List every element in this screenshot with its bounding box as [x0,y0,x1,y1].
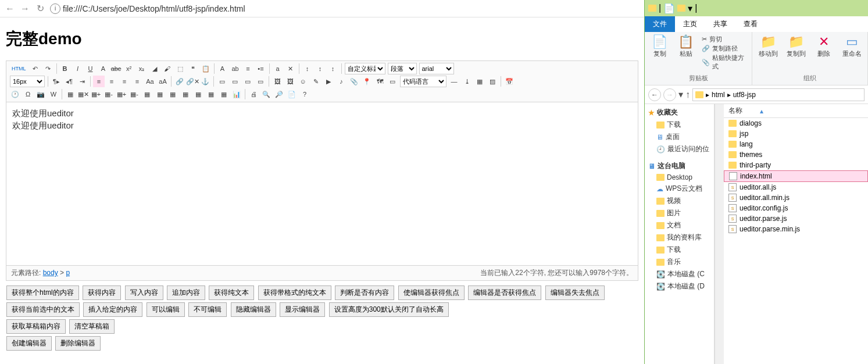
fontborder-icon[interactable]: A [98,63,109,74]
path-body[interactable]: body [43,269,58,277]
insertrow-icon[interactable]: ▦+ [90,88,102,100]
align-left-icon[interactable]: ≡ [93,76,105,87]
path-p[interactable]: p [66,269,70,277]
tab-share[interactable]: 共享 [705,16,735,32]
italic-icon[interactable]: I [72,63,84,74]
splitrow-icon[interactable]: ▦ [192,88,204,100]
gmap-icon[interactable]: 🗺 [374,76,385,87]
frame-icon[interactable]: ▭ [387,76,398,87]
info-icon[interactable]: i [50,3,60,14]
btn-destroy[interactable]: 删除编辑器 [55,336,101,351]
music-icon[interactable]: ♪ [335,76,347,87]
btn-show[interactable]: 显示编辑器 [280,302,325,317]
tree-thispc[interactable]: 🖥这台电脑 [645,160,714,172]
scrawl-icon[interactable]: ✎ [310,76,322,87]
tree-wps[interactable]: ☁WPS云文档 [645,183,714,195]
back-button[interactable]: ← [648,88,661,101]
moveto-button[interactable]: 📁移动到 [757,34,779,58]
copypath-button[interactable]: 🔗复制路径 [702,44,747,53]
reload-button[interactable]: ↻ [33,1,48,16]
folder-icon[interactable] [648,5,656,12]
editor-content[interactable]: 欢迎使用ueditor 欢迎使用ueditor [6,102,638,265]
btn-setheight[interactable]: 设置高度为300默认关闭了自动长高 [329,302,449,317]
image-icon[interactable]: 🖼 [272,76,283,87]
subscript-icon[interactable]: x₂ [136,63,148,74]
chevron-down-icon[interactable]: ▾ [688,3,692,14]
tab-view[interactable]: 查看 [735,16,766,32]
delrow-icon[interactable]: ▦- [103,88,115,100]
print-icon[interactable]: 🖨 [248,88,259,100]
imgcenter-icon[interactable]: ▭ [242,76,253,87]
tree-diskd[interactable]: 💽本地磁盘 (D [645,280,714,292]
crumb-html[interactable]: html [712,91,725,99]
source-button[interactable]: HTML [9,63,28,74]
multiimage-icon[interactable]: 🖼 [284,76,296,87]
crumb-utf8jsp[interactable]: utf8-jsp [733,91,756,99]
btn-focus[interactable]: 使编辑器获得焦点 [398,286,465,300]
tree-mydata[interactable]: 我的资料库 [645,231,714,244]
copy-button[interactable]: 📄复制 [649,34,670,72]
heading-select[interactable]: 自定义标题 [345,63,385,74]
map-icon[interactable]: 📍 [361,76,373,87]
file-item-js[interactable]: Sueditor.parse.min.js [724,224,868,234]
tree-diskc[interactable]: 💽本地磁盘 (C [645,268,714,280]
anchor-icon[interactable]: ⚓ [199,76,211,87]
link-icon[interactable]: 🔗 [174,76,185,87]
file-item-js[interactable]: Sueditor.parse.js [724,213,868,224]
btn-cleardraft[interactable]: 清空草稿箱 [69,319,115,334]
pasteshortcut-button[interactable]: 📎粘贴快捷方式 [702,53,747,71]
btn-getseltext[interactable]: 获得当前选中的文本 [6,302,80,317]
codelang-select[interactable]: 代码语言 [400,76,446,87]
delcol-icon[interactable]: ▦- [128,88,140,100]
help-icon[interactable]: ? [299,88,310,100]
forward-button[interactable]: → [663,88,676,101]
tree-desktop[interactable]: 🖥桌面 [645,131,714,143]
btn-gettext[interactable]: 获得纯文本 [209,286,254,300]
url-text[interactable]: file:///C:/Users/joe/Desktop/html/utf8-j… [63,4,245,13]
btn-create[interactable]: 创建编辑器 [6,336,52,351]
tree-favorites[interactable]: ★收藏夹 [645,106,714,119]
emotion-icon[interactable]: ☺ [297,76,309,87]
tree-video[interactable]: 视频 [645,195,714,207]
clear-icon[interactable]: ✕ [285,63,297,74]
tree-downloads[interactable]: 下载 [645,119,714,131]
superscript-icon[interactable]: x² [123,63,135,74]
file-item-folder[interactable]: themes [724,149,868,160]
insertcol-icon[interactable]: ▦+ [116,88,127,100]
time-icon[interactable]: 🕐 [9,88,21,100]
btn-getcontent[interactable]: 获得内容 [83,286,121,300]
btn-blur[interactable]: 编辑器失去焦点 [545,286,605,300]
new-file-icon[interactable]: 📄 [663,3,675,14]
btn-gethtml[interactable]: 获得整个html的内容 [6,286,79,300]
file-item-folder[interactable]: dialogs [724,118,868,129]
ol-icon[interactable]: ≡ [242,63,254,74]
size-select[interactable]: 16px [10,76,45,87]
indent-icon[interactable]: ⇥ [76,76,88,87]
wordimg-icon[interactable]: W [48,88,59,100]
spechar-icon[interactable]: Ω [22,88,34,100]
tree-scrollbar[interactable] [715,104,724,364]
autotype-icon[interactable]: ⬚ [174,63,186,74]
btn-insert[interactable]: 插入给定的内容 [83,302,142,317]
bg-icon[interactable]: ▨ [487,76,498,87]
preview-icon[interactable]: 🔍 [260,88,272,100]
caption-icon[interactable]: ▦ [218,88,230,100]
chevron-down-icon[interactable]: ▾ [678,89,683,100]
copyto-button[interactable]: 📁复制到 [785,34,807,58]
mergecell-icon[interactable]: ▦ [141,88,153,100]
eraser-icon[interactable]: ◢ [149,63,160,74]
drafts-icon[interactable]: 📄 [286,88,298,100]
quote-icon[interactable]: ❝ [187,63,199,74]
paste-button[interactable]: 📋粘贴 [676,34,696,72]
mergedown-icon[interactable]: ▦ [167,88,178,100]
selectall-icon[interactable]: a [272,63,284,74]
mergeright-icon[interactable]: ▦ [154,88,166,100]
touppercase-icon[interactable]: Aa [144,76,156,87]
rename-button[interactable]: ▭重命名 [841,34,863,58]
imgright-icon[interactable]: ▭ [229,76,241,87]
tree-desktop2[interactable]: Desktop [645,172,714,183]
tab-file[interactable]: 文件 [645,16,675,32]
chevron-right-icon[interactable]: ▸ [706,91,709,99]
rowspacebottom-icon[interactable]: ↕ [315,63,326,74]
file-item-folder[interactable]: lang [724,139,868,149]
